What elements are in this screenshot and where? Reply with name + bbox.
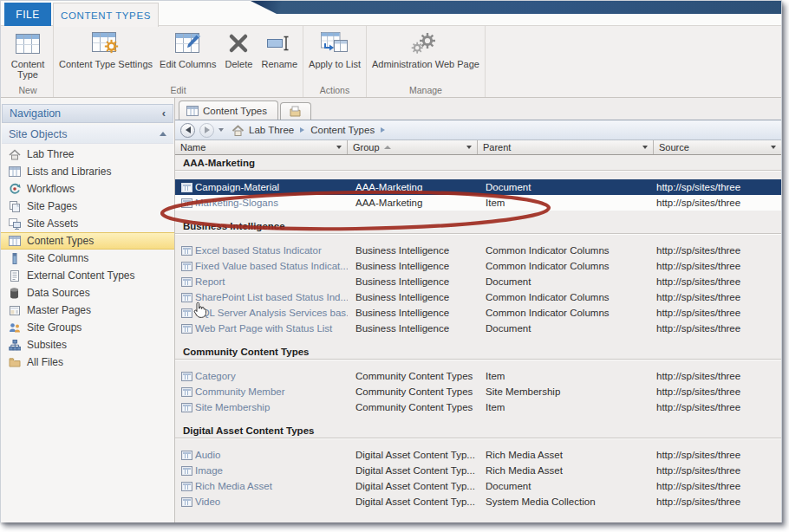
column-header-parent[interactable]: Parent	[478, 140, 654, 154]
ribbon-group-label: New	[4, 84, 51, 97]
table-row[interactable]: SQL Server Analysis Services bas... Busi…	[175, 305, 781, 321]
ribbon-group-label: Edit	[55, 84, 301, 97]
table-row[interactable]: Excel based Status Indicator Business In…	[175, 243, 781, 258]
new-document-tab-button[interactable]	[280, 102, 311, 120]
external-content-types-icon	[8, 269, 21, 282]
table-row[interactable]: Video Digital Asset Content Typ... Syste…	[175, 494, 781, 509]
administration-web-page-icon	[411, 30, 440, 56]
content-type-item-icon	[181, 482, 192, 491]
edit-columns-button[interactable]: Edit Columns	[156, 28, 219, 69]
content-type-button[interactable]: Content Type	[4, 28, 51, 80]
sidebar-item-site-pages[interactable]: Site Pages	[1, 198, 174, 215]
breadcrumb-separator-icon	[300, 127, 304, 133]
content-type-item-icon	[181, 246, 192, 256]
doc-tab-content-types[interactable]: Content Types	[179, 101, 278, 120]
site-pages-icon	[8, 200, 21, 213]
home-icon	[8, 148, 21, 161]
sidebar-item-all-files[interactable]: All Files	[1, 354, 174, 371]
navigation-pane: Navigation ‹ Site Objects Lab Three List…	[1, 98, 175, 522]
navigation-pane-header[interactable]: Navigation ‹	[2, 104, 173, 123]
filter-dropdown-icon[interactable]	[336, 146, 342, 149]
table-row[interactable]: Community Member Community Content Types…	[175, 384, 781, 399]
table-row[interactable]: Site Membership Community Content Types …	[175, 399, 781, 415]
column-header-source[interactable]: Source	[654, 140, 781, 154]
column-header-name[interactable]: Name	[175, 140, 348, 154]
tab-content-types[interactable]: CONTENT TYPES	[53, 3, 159, 27]
table-row[interactable]: Audio Digital Asset Content Typ... Rich …	[175, 447, 781, 463]
title-bar-band	[251, 1, 781, 14]
master-pages-icon	[8, 304, 21, 317]
all-files-icon	[8, 356, 21, 369]
collapse-pane-icon[interactable]: ‹	[162, 109, 166, 118]
site-columns-icon	[8, 252, 21, 265]
content-type-item-icon	[181, 372, 192, 381]
sidebar-item-external-content-types[interactable]: External Content Types	[1, 267, 174, 284]
filter-dropdown-icon[interactable]	[771, 146, 776, 149]
sidebar-item-master-pages[interactable]: Master Pages	[1, 302, 174, 319]
breadcrumb-home-icon	[231, 125, 245, 136]
ribbon-group-actions: Apply to List Actions	[303, 26, 367, 97]
table-row[interactable]: Report Business Intelligence Document ht…	[175, 274, 781, 289]
workflow-icon	[8, 183, 21, 196]
filter-dropdown-icon[interactable]	[642, 146, 648, 149]
sidebar-item-site-groups[interactable]: Site Groups	[1, 319, 174, 336]
back-button[interactable]	[180, 123, 195, 138]
table-row[interactable]: Marketing-Slogans AAA-Marketing Item htt…	[175, 195, 781, 211]
content-type-settings-button[interactable]: Content Type Settings	[55, 28, 156, 69]
ribbon-tab-row: FILE CONTENT TYPES	[1, 1, 781, 26]
edit-columns-icon	[175, 30, 201, 56]
sidebar-item-workflows[interactable]: Workflows	[1, 180, 174, 198]
breadcrumb-item-content-types[interactable]: Content Types	[310, 125, 375, 135]
ribbon-group-edit: Content Type Settings Edit Columns	[54, 26, 303, 97]
ribbon-group-manage: Administration Web Page Manage	[367, 26, 486, 97]
forward-button[interactable]	[199, 123, 214, 138]
ribbon: Content Type New Content Type Settings	[1, 26, 781, 98]
table-row[interactable]: Campaign-Material AAA-Marketing Document…	[175, 179, 781, 195]
group-business-intelligence: Business Intelligence Excel based Status…	[175, 221, 781, 336]
apply-to-list-button[interactable]: Apply to List	[305, 28, 364, 69]
sidebar-item-lists-and-libraries[interactable]: Lists and Libraries	[1, 163, 174, 180]
group-header: AAA-Marketing	[175, 158, 781, 171]
content-type-item-icon	[181, 262, 192, 271]
content-type-item-icon	[181, 277, 192, 287]
ribbon-group-new: Content Type New	[3, 26, 54, 97]
sidebar-item-site-assets[interactable]: Site Assets	[1, 215, 174, 232]
content-type-icon	[16, 30, 40, 56]
navigation-pane-title: Navigation	[10, 107, 61, 120]
filter-dropdown-icon[interactable]	[466, 146, 472, 149]
content-type-item-icon	[181, 403, 192, 412]
administration-web-page-button[interactable]: Administration Web Page	[368, 28, 483, 69]
breadcrumb-separator-icon	[381, 127, 385, 133]
site-objects-header[interactable]: Site Objects	[2, 125, 173, 144]
history-dropdown-icon[interactable]	[218, 128, 224, 132]
data-sources-icon	[8, 287, 21, 300]
sidebar-item-subsites[interactable]: Subsites	[1, 336, 174, 354]
group-header: Community Content Types	[175, 347, 781, 360]
tab-file[interactable]: FILE	[4, 3, 51, 26]
table-row[interactable]: Fixed Value based Status Indicat... Busi…	[175, 258, 781, 274]
column-header-group[interactable]: Group	[348, 140, 478, 154]
sidebar-item-content-types[interactable]: Content Types	[1, 232, 174, 250]
group-digital-asset-content-types: Digital Asset Content Types Audio Digita…	[175, 425, 781, 509]
content-type-item-icon	[181, 293, 192, 302]
site-groups-icon	[8, 321, 21, 334]
sidebar-item-lab-three[interactable]: Lab Three	[1, 146, 174, 163]
sidebar-item-data-sources[interactable]: Data Sources	[1, 284, 174, 302]
table-row[interactable]: Rich Media Asset Digital Asset Content T…	[175, 478, 781, 494]
content-types-list: AAA-Marketing Campaign-Material AAA-Mark…	[175, 155, 781, 522]
rename-icon	[266, 30, 292, 56]
subsites-icon	[8, 339, 21, 352]
content-type-item-icon	[181, 466, 192, 476]
apply-to-list-icon	[321, 30, 349, 56]
table-row[interactable]: SharePoint List based Status Ind... Busi…	[175, 289, 781, 305]
table-row[interactable]: Web Part Page with Status List Business …	[175, 321, 781, 336]
breadcrumb-item-lab-three[interactable]: Lab Three	[249, 125, 294, 135]
content-type-item-icon	[181, 183, 192, 192]
content-type-item-icon	[181, 387, 192, 397]
delete-button[interactable]: Delete	[219, 28, 258, 69]
content-types-icon	[8, 235, 21, 248]
rename-button[interactable]: Rename	[258, 28, 301, 69]
sidebar-item-site-columns[interactable]: Site Columns	[1, 250, 174, 267]
table-row[interactable]: Category Community Content Types Item ht…	[175, 368, 781, 384]
table-row[interactable]: Image Digital Asset Content Typ... Rich …	[175, 463, 781, 478]
